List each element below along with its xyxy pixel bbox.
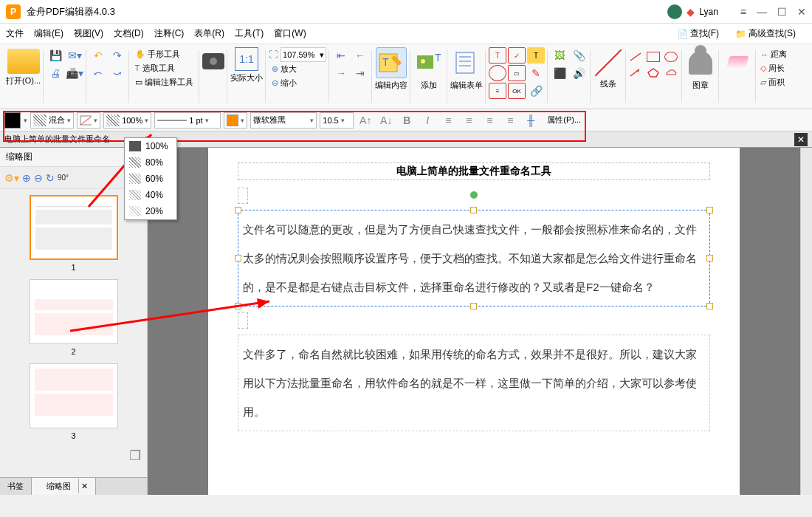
increase-font-icon[interactable]: A↑ [357,112,374,129]
search-button[interactable]: 📄查找(F) [677,27,729,40]
line-shape-icon[interactable] [629,52,644,64]
undo-icon[interactable]: ↶ [89,47,107,64]
combo-icon[interactable]: ▭ [508,65,526,81]
thumbnail-list[interactable]: 1 2 3 ❐ [0,189,147,477]
empty-box-2[interactable] [238,312,248,329]
opacity-option-20[interactable]: 20% [125,203,176,219]
font-combo[interactable]: 微软雅黑▾ [250,112,317,129]
link-icon[interactable]: 🔗 [527,83,545,99]
thumbnail-tab[interactable]: 缩略图 ✕ [32,478,96,495]
rotate-icon[interactable]: ↻ [46,172,55,184]
list-icon[interactable]: ≡ [489,83,506,99]
fill-color-swatch[interactable] [4,112,21,129]
menu-tools[interactable]: 工具(T) [235,27,264,40]
zoom-out-button[interactable]: ⊖缩小 [269,76,300,90]
mail-icon[interactable]: ✉▾ [66,47,83,64]
zoom-out-thumb-icon[interactable]: ⊖ [34,172,43,184]
zoom-in-button[interactable]: ⊕放大 [269,62,300,76]
vertical-scrollbar[interactable] [800,148,812,495]
first-page-icon[interactable]: ⇤ [332,47,350,64]
decrease-font-icon[interactable]: A↓ [377,112,395,129]
redo2-icon[interactable]: ⤻ [109,65,126,81]
attach-icon[interactable]: 📎 [570,47,588,64]
resize-handle-tl[interactable] [235,207,241,213]
line-icon[interactable] [593,47,623,77]
minimize-button[interactable]: — [757,6,767,18]
annotation-tool-button[interactable]: ▭编辑注释工具 [132,75,196,89]
opacity-option-100[interactable]: 100% [125,138,176,154]
resize-handle-br[interactable] [706,303,713,309]
camera-icon[interactable] [202,53,224,69]
empty-box-1[interactable] [238,188,248,204]
prev-page-icon[interactable]: ← [351,47,369,64]
edit-form-label[interactable]: 编辑表单 [450,80,483,91]
menu-form[interactable]: 表单(R) [194,27,224,40]
bold-icon[interactable]: B [398,112,416,129]
menu-document[interactable]: 文档(D) [114,27,144,40]
opacity-option-40[interactable]: 40% [125,187,176,203]
italic-icon[interactable]: I [419,112,436,129]
cloud-shape-icon[interactable] [664,67,679,80]
polygon-shape-icon[interactable] [647,67,661,80]
adv-search-button[interactable]: 📁高级查找(S) [735,27,806,40]
resize-handle-ml[interactable] [235,255,241,261]
rect-shape-icon[interactable] [647,52,660,62]
checkbox-icon[interactable]: ✓ [508,47,526,64]
text-field-icon[interactable]: T [489,47,506,64]
font-size-combo[interactable]: 10.5▾ [320,112,354,129]
resize-handle-tm[interactable] [470,207,477,213]
opacity-option-60[interactable]: 60% [125,171,176,187]
hand-tool-button[interactable]: ✋手形工具 [132,47,183,61]
add-icon[interactable]: T [413,47,444,78]
zoom-in-thumb-icon[interactable]: ⊕ [22,172,31,184]
print-icon[interactable]: 🖨 [47,65,64,81]
actual-size-icon[interactable]: 1:1 [235,47,258,71]
align-justify-icon[interactable]: ≡ [501,112,519,129]
undo2-icon[interactable]: ⤺ [89,65,107,81]
document-tab[interactable]: 电脑上简单的批量文件重命名 [4,134,110,145]
user-area[interactable]: ◆ Lyan [667,4,718,19]
align-left-icon[interactable]: ≡ [439,112,457,129]
properties-button[interactable]: 属性(P)... [547,114,581,126]
page-heading[interactable]: 电脑上简单的批量文件重命名工具 [238,162,710,180]
last-page-icon[interactable]: ⇥ [351,65,369,81]
menu-view[interactable]: 视图(V) [74,27,103,40]
edit-content-icon[interactable]: T [376,47,407,78]
line-width-combo[interactable]: 1 pt▾ [154,112,221,129]
maximize-button[interactable]: ☐ [777,6,787,18]
menu-edit[interactable]: 编辑(E) [34,27,63,40]
sound-icon[interactable]: 🔊 [570,65,588,81]
rotate-handle[interactable] [470,191,478,199]
menu-icon[interactable]: ≡ [740,6,746,18]
button-icon[interactable]: OK [508,83,526,99]
lines-label[interactable]: 线条 [600,78,616,89]
edit-form-icon[interactable] [451,47,482,78]
highlight-icon[interactable]: T [527,47,545,64]
eraser-icon[interactable] [722,47,753,78]
highlight-color-combo[interactable]: ▾ [224,112,247,129]
menu-comment[interactable]: 注释(C) [154,27,185,40]
thumbnail-1[interactable] [30,195,118,260]
avatar[interactable] [667,4,682,19]
resize-handle-tr[interactable] [706,207,713,213]
sign-icon[interactable]: ✎ [527,65,545,81]
zoom-input[interactable] [283,50,320,59]
perimeter-button[interactable]: ◇周长 [760,63,787,74]
redo-icon[interactable]: ↷ [109,47,126,64]
text-block-2[interactable]: 文件多了，命名自然就比较困难，如果用传统的命名方式，效果并不是很好。所以，建议大… [238,335,710,431]
document-canvas[interactable]: 电脑上简单的批量文件重命名工具 文件名可以随意的更改，但是为了方便自己快速查找文… [148,148,800,495]
edit-content-label[interactable]: 编辑内容 [375,80,407,91]
align-right-icon[interactable]: ≡ [481,112,498,129]
scan-icon[interactable]: 📠▾ [66,65,83,81]
opacity-option-80[interactable]: 80% [125,154,176,171]
align-center-icon[interactable]: ≡ [460,112,478,129]
fit-icon[interactable]: ⛶ [269,49,278,60]
distance-button[interactable]: ↔距离 [760,49,787,60]
resize-handle-mr[interactable] [706,255,713,261]
center-handle[interactable] [470,255,478,262]
resize-handle-bm[interactable] [470,303,477,309]
next-page-icon[interactable]: → [332,65,350,81]
selected-text-block[interactable]: 文件名可以随意的更改，但是为了方便自己快速查找文件，一般都会按照标准来命名的，文… [238,210,710,307]
barcode-icon[interactable]: ⬛ [551,65,568,81]
menu-file[interactable]: 文件 [6,27,24,40]
